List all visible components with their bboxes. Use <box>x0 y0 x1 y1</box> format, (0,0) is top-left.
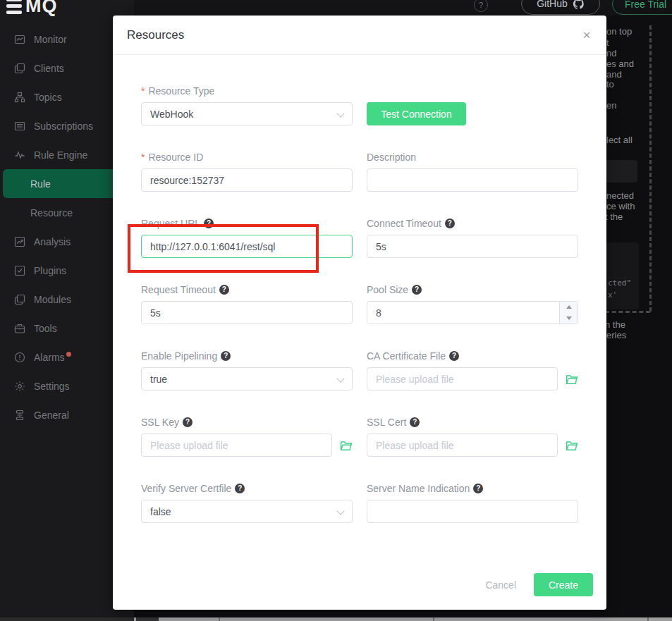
help-icon[interactable]: ? <box>204 219 214 228</box>
help-icon[interactable]: ? <box>473 484 483 493</box>
logo-bars-icon <box>6 0 22 14</box>
resource-id-input[interactable] <box>141 168 353 192</box>
taskbar-edge-left <box>0 617 134 621</box>
ssl-key-input[interactable] <box>141 434 332 457</box>
connect-timeout-label: Connect Timeout ? <box>367 216 578 230</box>
field-server-name-indication: Server Name Indication ? <box>367 481 578 523</box>
modal-title: Resources <box>127 28 184 42</box>
description-input[interactable] <box>367 168 578 192</box>
field-request-url: Request URL ? <box>141 216 353 258</box>
background-code-fragment: cted" <box>608 278 631 288</box>
pool-size-label: Pool Size ? <box>367 283 578 296</box>
help-icon[interactable]: ? <box>445 219 455 228</box>
background-dashed-border-bottom <box>605 311 650 313</box>
create-button[interactable]: Create <box>534 573 593 596</box>
request-timeout-input[interactable] <box>141 301 353 324</box>
enable-pipelining-label: Enable Pipelining ? <box>141 349 353 362</box>
free-trial-button[interactable]: Free Trial <box>612 0 672 15</box>
emqx-logo[interactable]: MQ <box>6 0 58 16</box>
free-trial-label: Free Trial <box>625 0 666 10</box>
field-connect-timeout: Connect Timeout ? <box>367 216 578 258</box>
sidebar-item-label: Rule Engine <box>34 149 87 161</box>
request-url-label: Request URL ? <box>141 216 353 230</box>
logo-text: MQ <box>25 0 58 16</box>
sidebar-item-label: Plugins <box>34 265 66 276</box>
sidebar-item-label: Modules <box>34 294 71 305</box>
folder-upload-icon[interactable] <box>340 439 353 452</box>
sidebar-item-label: Topics <box>34 92 62 103</box>
help-icon[interactable]: ? <box>235 484 245 493</box>
pool-size-stepper <box>559 302 578 324</box>
resource-type-label: * Resource Type <box>141 84 353 97</box>
taskbar-separator <box>647 617 649 621</box>
alarms-icon <box>14 352 25 363</box>
field-ssl-cert: SSL Cert ? <box>367 415 578 457</box>
monitor-icon <box>14 34 25 45</box>
github-button[interactable]: GitHub <box>521 0 600 15</box>
ssl-cert-label: SSL Cert ? <box>367 415 578 429</box>
connect-timeout-input[interactable] <box>367 235 578 258</box>
background-text-fragment: nected <box>606 190 634 201</box>
taskbar-edge <box>0 617 672 621</box>
tools-icon <box>14 323 25 334</box>
taskbar-separator <box>219 617 220 621</box>
help-icon[interactable]: ? <box>221 351 231 361</box>
description-label: Description <box>367 150 578 164</box>
background-text-fragment: to <box>606 79 614 90</box>
required-asterisk: * <box>141 85 145 97</box>
cancel-button[interactable]: Cancel <box>485 579 516 591</box>
sidebar-item-label: Tools <box>34 323 57 334</box>
field-resource-type: * Resource Type <box>141 84 353 125</box>
stepper-up-icon[interactable] <box>560 302 578 313</box>
field-request-timeout: Request Timeout ? <box>141 283 353 324</box>
sidebar-item-label: Settings <box>34 381 70 392</box>
field-verify-server-certfile: Verify Server Certfile ? <box>141 481 353 523</box>
field-enable-pipelining: Enable Pipelining ? <box>141 349 353 391</box>
help-icon[interactable]: ? <box>219 285 229 295</box>
required-asterisk: * <box>141 152 145 163</box>
resource-type-select[interactable] <box>141 102 353 125</box>
sidebar-item-label: Clients <box>34 63 64 74</box>
stepper-down-icon[interactable] <box>560 313 578 324</box>
github-button-label: GitHub <box>537 0 568 9</box>
close-icon[interactable]: × <box>580 28 594 42</box>
background-text-fragment: t <box>606 37 609 48</box>
topics-icon <box>14 92 25 103</box>
resources-modal: Resources × * Resource Type Test Connect… <box>113 16 606 610</box>
subscriptions-icon <box>14 121 25 132</box>
server-name-indication-input[interactable] <box>367 500 578 523</box>
taskbar-separator <box>433 617 434 621</box>
background-text-fragment: es and <box>606 59 634 69</box>
folder-upload-icon[interactable] <box>566 373 578 386</box>
background-text-fragment: lect all <box>606 135 633 145</box>
modules-icon <box>14 294 25 305</box>
request-url-input[interactable] <box>141 235 353 258</box>
help-icon[interactable]: ? <box>410 417 420 427</box>
enable-pipelining-select[interactable] <box>141 367 353 391</box>
sidebar-item-rule[interactable]: Rule <box>3 169 131 198</box>
folder-upload-icon[interactable] <box>566 439 578 452</box>
ssl-cert-input[interactable] <box>367 434 558 457</box>
field-ca-certificate: CA Certificate File ? <box>367 349 578 391</box>
verify-server-certfile-select[interactable] <box>141 500 353 523</box>
settings-gear-icon <box>14 381 25 392</box>
test-connection-button[interactable]: Test Connection <box>367 102 466 125</box>
alarm-badge-dot <box>66 352 71 357</box>
help-icon[interactable]: ? <box>449 351 459 361</box>
ca-certificate-input[interactable] <box>367 367 558 391</box>
help-icon[interactable]: ? <box>183 417 193 427</box>
background-text-fragment: t the <box>605 211 623 222</box>
ssl-key-label: SSL Key ? <box>141 415 353 429</box>
background-text-fragment: nd <box>606 48 616 59</box>
help-icon[interactable]: ? <box>412 285 422 295</box>
field-resource-id: * Resource ID <box>141 150 353 192</box>
field-ssl-key: SSL Key ? <box>141 415 353 457</box>
modal-header: Resources × <box>113 16 606 55</box>
sidebar-item-label: Subscriptions <box>34 121 93 132</box>
pool-size-input[interactable] <box>367 301 578 324</box>
sidebar-item-label: Rule <box>30 178 51 190</box>
request-timeout-label: Request Timeout ? <box>141 283 353 296</box>
sidebar-item-label: Resource <box>30 207 73 219</box>
sidebar-item-label: Monitor <box>34 34 67 45</box>
modal-body: * Resource Type Test Connection * Resour… <box>113 55 606 523</box>
